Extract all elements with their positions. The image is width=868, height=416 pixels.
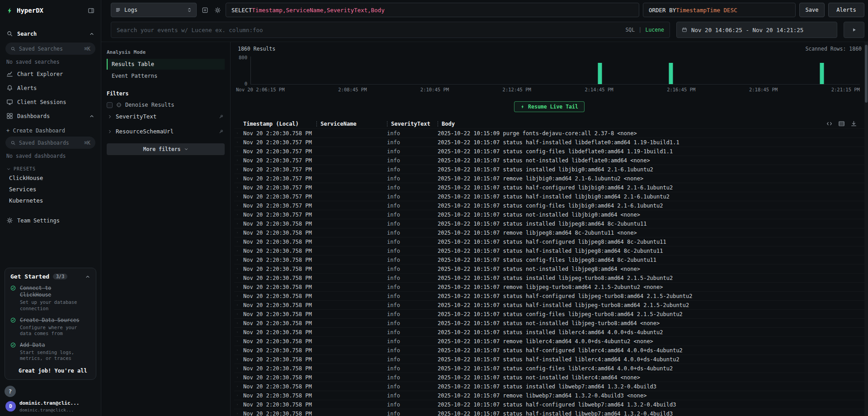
table-row[interactable]: Nov 20 2:20:30.758 PM info 2025-10-22 10…	[234, 246, 864, 255]
order-by-input[interactable]: ORDER BY TimestampTime DESC	[643, 3, 796, 17]
table-row[interactable]: Nov 20 2:20:30.757 PM info 2025-10-22 10…	[234, 156, 864, 165]
table-row[interactable]: Nov 20 2:20:30.758 PM info 2025-10-22 10…	[234, 291, 864, 300]
scrollbar-thumb[interactable]	[865, 45, 868, 103]
row-expand-icon[interactable]	[234, 312, 238, 316]
pin-icon[interactable]	[218, 129, 224, 134]
mode-results-table[interactable]: Results Table	[107, 59, 225, 70]
row-expand-icon[interactable]	[234, 231, 238, 235]
row-expand-icon[interactable]	[234, 258, 238, 262]
preset-item[interactable]: Services	[0, 184, 101, 195]
chart-bar[interactable]	[669, 63, 673, 84]
sidebar-item-chart-explorer[interactable]: Chart Explorer	[0, 67, 101, 81]
select-clause-input[interactable]: SELECT Timestamp,ServiceName,SeverityTex…	[226, 3, 639, 17]
json-view-icon[interactable]	[826, 120, 833, 127]
col-severitytext[interactable]: SeverityText	[387, 121, 438, 127]
row-expand-icon[interactable]	[234, 348, 238, 352]
column-divider[interactable]	[387, 121, 387, 127]
table-row[interactable]: Nov 20 2:20:30.758 PM info 2025-10-22 10…	[234, 237, 864, 246]
create-dashboard-button[interactable]: + Create Dashboard	[0, 123, 101, 135]
resume-live-tail-button[interactable]: Resume Live Tail	[514, 101, 585, 112]
preset-item[interactable]: Kubernetes	[0, 195, 101, 206]
table-row[interactable]: Nov 20 2:20:30.758 PM info 2025-10-22 10…	[234, 255, 864, 264]
presets-toggle[interactable]: PRESETS	[0, 161, 101, 172]
row-expand-icon[interactable]	[234, 131, 238, 135]
sidebar-item-alerts[interactable]: Alerts	[0, 81, 101, 95]
table-row[interactable]: Nov 20 2:20:30.758 PM info 2025-10-22 10…	[234, 273, 864, 282]
more-filters-button[interactable]: More filters	[107, 143, 225, 155]
date-range-picker[interactable]: Nov 20 14:06:25 - Nov 20 14:21:25	[676, 22, 837, 38]
source-select[interactable]: Logs	[111, 3, 197, 17]
pin-icon[interactable]	[218, 114, 224, 119]
table-row[interactable]: Nov 20 2:20:30.757 PM info 2025-10-22 10…	[234, 192, 864, 201]
table-row[interactable]: Nov 20 2:20:30.758 PM info 2025-10-22 10…	[234, 219, 864, 228]
get-started-item[interactable]: Create Data Sources Configure where your…	[10, 317, 90, 337]
table-row[interactable]: Nov 20 2:20:30.758 PM info 2025-10-22 10…	[234, 228, 864, 237]
table-row[interactable]: Nov 20 2:20:30.757 PM info 2025-10-22 10…	[234, 174, 864, 183]
table-row[interactable]: Nov 20 2:20:30.757 PM info 2025-10-22 10…	[234, 147, 864, 156]
denoise-toggle[interactable]: Denoise Results	[107, 100, 225, 109]
row-expand-icon[interactable]	[234, 366, 238, 370]
row-expand-icon[interactable]	[234, 294, 238, 298]
row-expand-icon[interactable]	[234, 185, 238, 189]
row-expand-icon[interactable]	[234, 339, 238, 343]
row-expand-icon[interactable]	[234, 357, 238, 361]
table-row[interactable]: Nov 20 2:20:30.758 PM info 2025-10-22 10…	[234, 282, 864, 291]
table-row[interactable]: Nov 20 2:20:30.758 PM info 2025-10-22 10…	[234, 373, 864, 382]
get-started-item[interactable]: Add Data Start sending logs, metrics, or…	[10, 342, 90, 362]
sql-mode-toggle[interactable]: SQL	[625, 27, 635, 33]
sidebar-item-client-sessions[interactable]: Client Sessions	[0, 95, 101, 109]
download-icon[interactable]	[850, 120, 857, 127]
table-options-icon[interactable]	[838, 120, 845, 127]
sidebar-item-dashboards[interactable]: Dashboards	[0, 109, 101, 123]
save-button[interactable]: Save	[799, 3, 825, 17]
row-expand-icon[interactable]	[234, 303, 238, 307]
results-scrollbar[interactable]	[864, 42, 868, 416]
row-expand-icon[interactable]	[234, 276, 238, 280]
row-expand-icon[interactable]	[234, 222, 238, 226]
event-search-input[interactable]: Search your events w/ Lucene ex. column:…	[111, 22, 670, 38]
col-body[interactable]: Body	[438, 121, 864, 127]
chart-bar[interactable]	[820, 63, 824, 84]
table-row[interactable]: Nov 20 2:20:30.758 PM info 2025-10-22 10…	[234, 400, 864, 409]
table-row[interactable]: Nov 20 2:20:30.758 PM info 2025-10-22 10…	[234, 327, 864, 336]
table-row[interactable]: Nov 20 2:20:30.758 PM info 2025-10-22 10…	[234, 300, 864, 309]
row-expand-icon[interactable]	[234, 411, 238, 416]
row-expand-icon[interactable]	[234, 285, 238, 289]
row-expand-icon[interactable]	[234, 393, 238, 397]
filter-group-severitytext[interactable]: SeverityText	[107, 109, 225, 124]
table-row[interactable]: Nov 20 2:20:30.758 PM info 2025-10-22 10…	[234, 336, 864, 345]
col-servicename[interactable]: ServiceName	[316, 121, 387, 127]
table-row[interactable]: Nov 20 2:20:30.758 PM info 2025-10-22 10…	[234, 345, 864, 355]
table-row[interactable]: Nov 20 2:20:30.757 PM info 2025-10-22 10…	[234, 183, 864, 192]
run-query-button[interactable]	[844, 22, 864, 38]
table-row[interactable]: Nov 20 2:20:30.758 PM info 2025-10-22 10…	[234, 364, 864, 373]
row-expand-icon[interactable]	[234, 240, 238, 244]
table-row[interactable]: Nov 20 2:20:30.758 PM info 2025-10-22 10…	[234, 382, 864, 391]
denoise-checkbox[interactable]	[107, 102, 113, 108]
user-menu[interactable]: D dominic.tran@clic... dominic.tran@clic…	[0, 399, 101, 416]
row-expand-icon[interactable]	[234, 149, 238, 153]
row-expand-icon[interactable]	[234, 384, 238, 388]
histogram-plot[interactable]	[250, 57, 860, 85]
row-expand-icon[interactable]	[234, 330, 238, 334]
row-expand-icon[interactable]	[234, 158, 238, 162]
sidebar-toggle-icon[interactable]	[88, 7, 94, 14]
row-expand-icon[interactable]	[234, 203, 238, 208]
sidebar-item-team-settings[interactable]: Team Settings	[0, 213, 101, 227]
table-row[interactable]: Nov 20 2:20:30.757 PM info 2025-10-22 10…	[234, 137, 864, 147]
table-row[interactable]: Nov 20 2:20:30.758 PM info 2025-10-22 10…	[234, 128, 864, 137]
row-expand-icon[interactable]	[234, 249, 238, 253]
table-row[interactable]: Nov 20 2:20:30.758 PM info 2025-10-22 10…	[234, 391, 864, 400]
table-row[interactable]: Nov 20 2:20:30.757 PM info 2025-10-22 10…	[234, 201, 864, 210]
table-row[interactable]: Nov 20 2:20:30.758 PM info 2025-10-22 10…	[234, 318, 864, 327]
row-expand-icon[interactable]	[234, 140, 238, 144]
row-expand-icon[interactable]	[234, 375, 238, 379]
preset-item[interactable]: ClickHouse	[0, 172, 101, 184]
table-row[interactable]: Nov 20 2:20:30.758 PM info 2025-10-22 10…	[234, 355, 864, 364]
row-expand-icon[interactable]	[234, 267, 238, 271]
chart-bar[interactable]	[598, 63, 602, 84]
add-source-button[interactable]	[200, 5, 209, 14]
help-button[interactable]: ?	[5, 386, 16, 397]
table-row[interactable]: Nov 20 2:20:30.758 PM info 2025-10-22 10…	[234, 264, 864, 273]
row-expand-icon[interactable]	[234, 402, 238, 407]
